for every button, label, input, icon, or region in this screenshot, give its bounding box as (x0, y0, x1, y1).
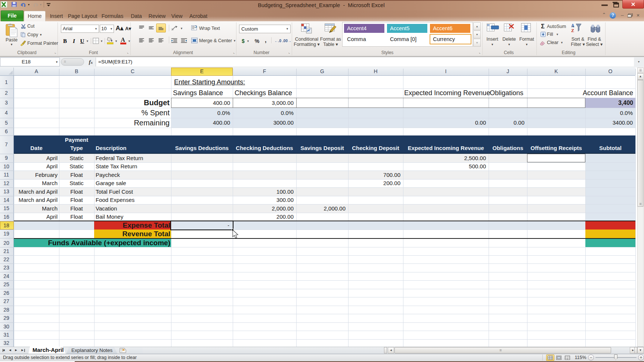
svg-text:Z: Z (571, 28, 574, 33)
svg-text:A: A (571, 23, 575, 28)
